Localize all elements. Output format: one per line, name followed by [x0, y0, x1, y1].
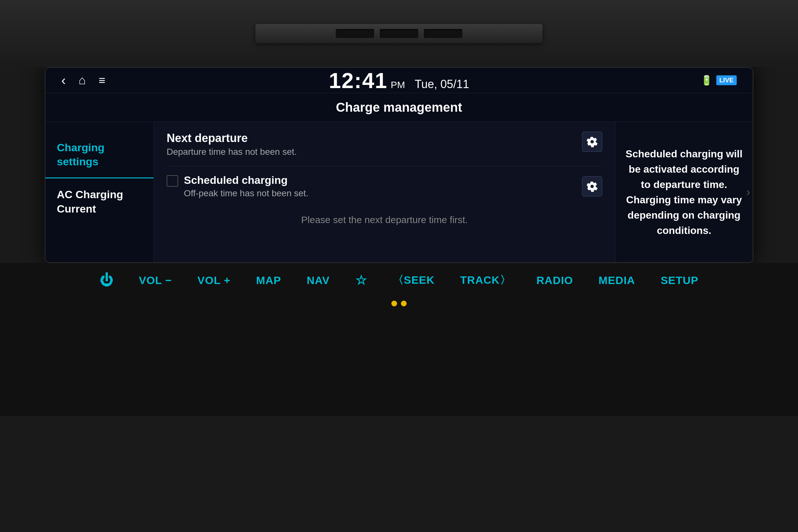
track-fwd-button[interactable]: TRACK〉: [460, 273, 511, 287]
clock-time: 12:41: [329, 68, 387, 93]
vol-plus-button[interactable]: VOL +: [197, 274, 231, 287]
back-button[interactable]: ‹: [61, 74, 66, 87]
seek-back-button[interactable]: 〈SEEK: [393, 273, 435, 287]
scheduled-charging-subtitle: Off-peak time has not been set.: [184, 188, 308, 198]
time-display: 12:41 PM Tue, 05/11: [329, 68, 469, 93]
page-title: Charge management: [52, 100, 746, 115]
vent-slat-3: [424, 29, 462, 38]
indicator-dot-1: [391, 301, 397, 306]
next-departure-gear-button[interactable]: [582, 132, 602, 152]
menu-icon[interactable]: ≡: [99, 74, 105, 87]
next-departure-subtitle: Departure time has not been set.: [167, 147, 297, 157]
power-button[interactable]: ⏻: [100, 272, 113, 288]
right-panel: Scheduled charging will be activated acc…: [615, 122, 753, 262]
home-icon[interactable]: ⌂: [78, 73, 86, 87]
page-title-bar: Charge management: [45, 93, 753, 122]
indicator-dot-2: [401, 301, 407, 306]
setup-button[interactable]: SETUP: [661, 274, 698, 287]
live-badge: LIVE: [716, 75, 737, 85]
status-icons: 🔋 LIVE: [701, 75, 737, 86]
vol-minus-button[interactable]: VOL −: [139, 274, 172, 287]
bottom-bezel: ⏻ VOL − VOL + MAP NAV ☆ 〈SEEK TRACK〉 RAD…: [0, 263, 798, 416]
next-departure-title: Next departure: [167, 132, 297, 145]
sidebar: Charging settings AC Charging Current: [45, 122, 154, 262]
sidebar-item-ac-charging[interactable]: AC Charging Current: [45, 178, 154, 224]
gear-icon-departure: [586, 136, 598, 148]
next-departure-row: Next departure Departure time has not be…: [167, 132, 602, 157]
vent-slat-2: [380, 29, 418, 38]
status-bar: ‹ ⌂ ≡ 12:41 PM Tue, 05/11 🔋 LIVE: [45, 68, 753, 93]
date-display: Tue, 05/11: [415, 78, 469, 91]
radio-button[interactable]: RADIO: [536, 274, 573, 287]
screen-container: ‹ ⌂ ≡ 12:41 PM Tue, 05/11 🔋 LIVE Charge …: [45, 67, 753, 263]
scheduled-charging-left: Scheduled charging Off-peak time has not…: [167, 174, 308, 198]
scheduled-charging-checkbox[interactable]: [167, 175, 178, 187]
bottom-indicators: [391, 301, 407, 306]
departure-message: Please set the next departure time first…: [167, 198, 602, 241]
next-departure-info: Next departure Departure time has not be…: [167, 132, 297, 157]
nav-button[interactable]: NAV: [307, 274, 330, 287]
vent-bar: [255, 24, 543, 43]
signal-icon: 🔋: [701, 75, 712, 86]
favorite-button[interactable]: ☆: [355, 273, 367, 287]
scheduled-charging-gear-button[interactable]: [582, 176, 602, 196]
scheduled-charging-row: Scheduled charging Off-peak time has not…: [167, 174, 602, 198]
main-content: Charging settings AC Charging Current Ne…: [45, 122, 753, 262]
map-button[interactable]: MAP: [256, 274, 281, 287]
vent-slat-1: [336, 29, 374, 38]
vent-slats: [336, 29, 462, 38]
center-panel: Next departure Departure time has not be…: [154, 122, 615, 262]
vent-area: [0, 0, 798, 67]
controls-bar: ⏻ VOL − VOL + MAP NAV ☆ 〈SEEK TRACK〉 RAD…: [0, 272, 798, 288]
sidebar-item-label-charging: Charging settings: [57, 141, 104, 168]
right-panel-text: Scheduled charging will be activated acc…: [625, 146, 743, 238]
sidebar-item-label-ac: AC Charging Current: [57, 188, 123, 214]
sidebar-item-charging-settings[interactable]: Charging settings: [45, 132, 154, 178]
media-button[interactable]: MEDIA: [598, 274, 635, 287]
nav-controls: ‹ ⌂ ≡: [61, 73, 105, 87]
scheduled-charging-label: Scheduled charging: [184, 174, 308, 186]
clock-ampm: PM: [391, 79, 405, 90]
divider-1: [167, 166, 602, 166]
chevron-right-icon[interactable]: ›: [746, 185, 750, 199]
gear-icon-scheduled: [586, 180, 598, 192]
scheduled-charging-info: Scheduled charging Off-peak time has not…: [184, 174, 308, 198]
